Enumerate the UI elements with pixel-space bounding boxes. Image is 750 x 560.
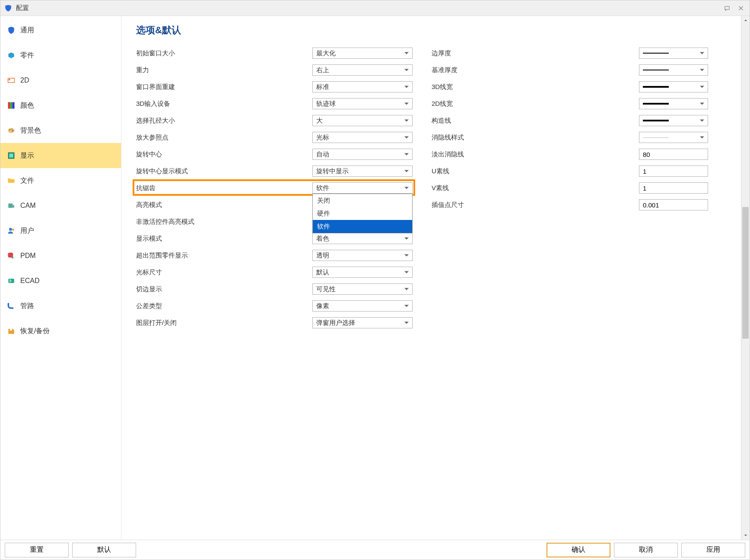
default-button[interactable]: 默认 (72, 543, 136, 557)
option-row: 插值点尺寸 (432, 199, 708, 211)
select-out-of-range[interactable]: 透明 (312, 250, 413, 261)
sidebar-item-file[interactable]: 文件 (0, 168, 121, 193)
user-icon (6, 226, 16, 235)
option-row: 图层打开/关闭弹窗用户选择 (136, 317, 413, 329)
select-cursor-size[interactable]: 默认 (312, 267, 413, 278)
select-tolerance-type[interactable]: 像素 (312, 300, 413, 312)
app-icon (4, 4, 13, 13)
sidebar-item-label: 管路 (20, 302, 34, 311)
pdm-icon (6, 251, 16, 261)
content-scroll: 选项&默认 初始窗口大小最大化 重力右上 窗口界面重建标准 3D输入设备轨迹球 … (121, 16, 741, 540)
dialog-footer: 重置 默认 确认 取消 应用 (0, 540, 750, 560)
scroll-down-icon[interactable] (741, 531, 750, 540)
backup-icon (6, 326, 16, 336)
option-label: 构造线 (432, 117, 639, 125)
shield-icon (6, 25, 16, 35)
scroll-up-icon[interactable] (741, 16, 750, 25)
option-label: 淡出消隐线 (432, 150, 639, 159)
sidebar-item-display[interactable]: 显示 (0, 143, 121, 168)
option-row: 重力右上 (136, 64, 413, 76)
input-interp-size[interactable] (639, 199, 708, 210)
svg-rect-0 (725, 6, 730, 9)
input-fade-hidden[interactable] (639, 149, 708, 160)
svg-rect-3 (8, 102, 10, 109)
cam-icon (6, 201, 16, 210)
pipe-icon (6, 301, 16, 311)
select-3d-input[interactable]: 轨迹球 (312, 98, 413, 109)
sidebar-item-label: 通用 (20, 26, 34, 35)
select-hidden-line-style[interactable] (639, 132, 708, 143)
sidebar-item-user[interactable]: 用户 (0, 218, 121, 243)
sidebar-item-backup[interactable]: 恢复/备份 (0, 318, 121, 344)
input-u-iso[interactable] (639, 165, 708, 177)
sidebar-item-piping[interactable]: 管路 (0, 293, 121, 318)
option-row: 淡出消隐线 (432, 148, 708, 160)
sidebar: 通用 零件 2D 颜色 背景色 显示 (0, 16, 121, 540)
2d-icon (6, 76, 16, 85)
option-row: 旋转中心显示模式旋转中显示 (136, 165, 413, 177)
select-rotation-display[interactable]: 旋转中显示 (312, 165, 413, 177)
sidebar-item-background[interactable]: 背景色 (0, 118, 121, 143)
line-preview (643, 120, 669, 121)
ok-button[interactable]: 确认 (547, 543, 610, 557)
svg-rect-1 (8, 78, 15, 83)
select-2d-line-width[interactable] (639, 98, 708, 109)
option-label: 超出范围零件显示 (136, 251, 312, 260)
option-row: 公差类型像素 (136, 300, 413, 312)
line-preview (643, 70, 669, 70)
apply-button[interactable]: 应用 (681, 543, 745, 557)
select-3d-line-width[interactable] (639, 81, 708, 92)
help-icon[interactable] (722, 3, 732, 13)
option-row: 初始窗口大小最大化 (136, 47, 413, 59)
sidebar-item-2d[interactable]: 2D (0, 68, 121, 93)
reset-button[interactable]: 重置 (5, 543, 69, 557)
input-v-iso[interactable] (639, 182, 708, 194)
sidebar-item-general[interactable]: 通用 (0, 18, 121, 43)
select-window-rebuild[interactable]: 标准 (312, 81, 413, 92)
svg-rect-5 (13, 102, 15, 109)
scroll-thumb[interactable] (742, 207, 749, 339)
select-construction-line[interactable] (639, 115, 708, 126)
select-layer-toggle[interactable]: 弹窗用户选择 (312, 317, 413, 328)
select-display-mode[interactable]: 着色 (312, 233, 413, 244)
option-label: 插值点尺寸 (432, 201, 639, 209)
option-row: 选择孔径大小大 (136, 115, 413, 127)
select-gravity[interactable]: 右上 (312, 64, 413, 76)
option-row: 光标尺寸默认 (136, 266, 413, 278)
sidebar-item-ecad[interactable]: ECAD (0, 268, 121, 293)
scroll-track[interactable] (741, 25, 750, 531)
option-row: 切边显示可见性 (136, 283, 413, 295)
option-label: 抗锯齿 (136, 184, 312, 192)
select-datum-thickness[interactable] (639, 64, 708, 76)
sidebar-item-pdm[interactable]: PDM (0, 243, 121, 268)
select-tangent-edge[interactable]: 可见性 (312, 283, 413, 295)
color-icon (6, 101, 16, 110)
vertical-scrollbar[interactable] (741, 16, 750, 540)
close-icon[interactable] (736, 3, 746, 13)
options-grid: 初始窗口大小最大化 重力右上 窗口界面重建标准 3D输入设备轨迹球 选择孔径大小… (136, 47, 730, 329)
select-aperture[interactable]: 大 (312, 115, 413, 126)
option-label: 窗口界面重建 (136, 83, 312, 91)
select-rotation-center[interactable]: 自动 (312, 149, 413, 160)
dropdown-option[interactable]: 硬件 (313, 207, 412, 220)
dropdown-option[interactable]: 关闭 (313, 194, 412, 207)
option-label: 公差类型 (136, 302, 312, 310)
sidebar-item-label: 恢复/备份 (20, 327, 50, 336)
display-icon (6, 151, 16, 160)
config-dialog: 配置 通用 零件 2D 颜色 (0, 0, 750, 560)
select-initial-window[interactable]: 最大化 (312, 48, 413, 59)
svg-point-7 (9, 129, 10, 130)
sidebar-item-color[interactable]: 颜色 (0, 93, 121, 118)
select-zoom-ref[interactable]: 光标 (312, 132, 413, 143)
sidebar-item-label: CAM (20, 202, 36, 210)
option-label: 切边显示 (136, 285, 312, 293)
dropdown-option-selected[interactable]: 软件 (313, 220, 412, 233)
select-edge-thickness[interactable] (639, 48, 708, 59)
sidebar-item-parts[interactable]: 零件 (0, 43, 121, 68)
cancel-button[interactable]: 取消 (614, 543, 678, 557)
select-antialias[interactable]: 软件 (312, 182, 413, 194)
sidebar-item-label: 文件 (20, 176, 34, 185)
sidebar-item-cam[interactable]: CAM (0, 193, 121, 218)
titlebar: 配置 (0, 0, 750, 16)
option-row: V素线 (432, 182, 708, 194)
